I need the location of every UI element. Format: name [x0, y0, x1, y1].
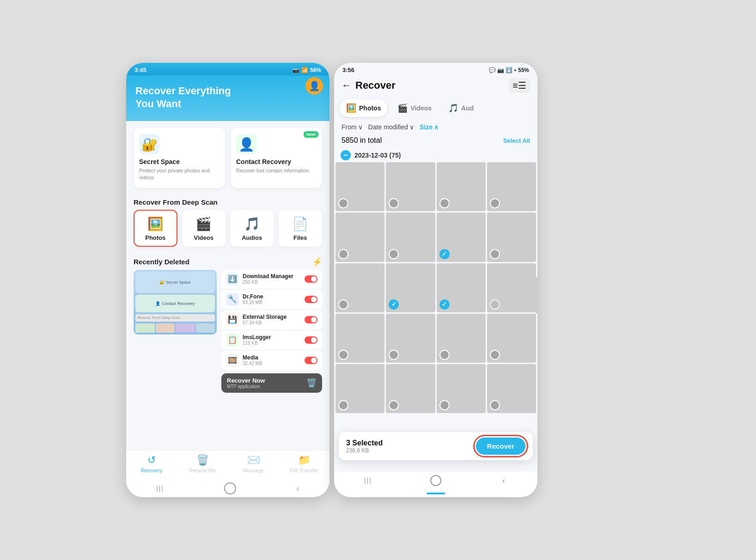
- photo-cell[interactable]: [386, 364, 435, 413]
- photo-cell[interactable]: [487, 314, 536, 363]
- photo-cell[interactable]: [335, 364, 384, 413]
- contact-recovery-card[interactable]: New! 👤 Contact Recovery Recover lost con…: [231, 128, 322, 188]
- active-page-dot: [427, 493, 445, 494]
- select-circle[interactable]: [338, 299, 348, 310]
- select-circle[interactable]: [490, 198, 500, 208]
- photo-cell[interactable]: [386, 314, 435, 363]
- drfone-toggle[interactable]: [305, 296, 317, 303]
- nav-item-recycle-bin[interactable]: 🗑️ Recycle Bin: [177, 454, 228, 473]
- recover-now-bar[interactable]: Recover Now MTP application 🗑️: [221, 373, 322, 393]
- left-gesture-home[interactable]: [224, 482, 236, 494]
- videos-tab-label: Videos: [410, 104, 432, 112]
- nav-item-file-transfer[interactable]: 📁 File Transfer: [279, 454, 329, 473]
- date-group-label: 2023-12-03 (75): [354, 152, 401, 159]
- filter-size[interactable]: Size ∧: [420, 123, 439, 131]
- right-nav-back[interactable]: ‹: [469, 475, 537, 486]
- photo-cell[interactable]: [335, 263, 384, 312]
- deleted-items-list: ⬇️ Download Manager 250 KB 🔧 Dr.Fone 83.…: [221, 270, 322, 445]
- from-label: From: [341, 123, 357, 131]
- total-count-text: 5850 in total: [341, 136, 382, 145]
- videos-scan-label: Videos: [194, 234, 213, 241]
- file-transfer-nav-icon: 📁: [298, 454, 311, 466]
- photo-cell[interactable]: [335, 314, 384, 363]
- left-phone: 3:45 📷 📶 56% 👤 Recover Everything You Wa…: [126, 63, 329, 497]
- new-badge: New!: [304, 131, 318, 138]
- videos-tab-icon: 🎬: [397, 103, 408, 113]
- select-circle[interactable]: [338, 400, 348, 410]
- right-bottom-nav: ||| ‹: [334, 471, 537, 491]
- collapse-group-button[interactable]: −: [341, 150, 351, 160]
- select-circle[interactable]: [490, 400, 500, 410]
- right-top-bar: ← Recover ≡☰: [334, 75, 537, 97]
- select-circle-selected[interactable]: [439, 249, 450, 259]
- content-scroll-area[interactable]: − 2023-12-03 (75): [334, 147, 537, 471]
- select-circle[interactable]: [389, 198, 399, 208]
- select-circle[interactable]: [490, 350, 500, 360]
- select-circle[interactable]: [439, 350, 450, 360]
- select-circle-selected[interactable]: [439, 299, 450, 310]
- select-circle[interactable]: [389, 249, 399, 259]
- media-toggle[interactable]: [305, 357, 317, 364]
- scan-item-audios[interactable]: 🎵 Audios: [230, 210, 274, 247]
- photo-cell[interactable]: [335, 213, 384, 262]
- recover-button[interactable]: Recover: [476, 438, 525, 455]
- imslogger-toggle[interactable]: [305, 336, 317, 344]
- photo-cell[interactable]: [335, 162, 384, 211]
- imslogger-size: 218 KB: [243, 341, 301, 346]
- left-status-bar: 3:45 📷 📶 56%: [126, 63, 329, 75]
- tab-photos[interactable]: 🖼️ Photos: [340, 99, 387, 117]
- select-circle[interactable]: [439, 400, 450, 410]
- select-circle[interactable]: [338, 350, 348, 360]
- photo-cell[interactable]: [386, 162, 435, 211]
- filter-icon[interactable]: ⚡: [312, 257, 322, 267]
- scan-item-photos[interactable]: 🖼️ Photos: [134, 210, 177, 247]
- photo-cell[interactable]: [437, 162, 486, 211]
- select-circle[interactable]: [389, 350, 399, 360]
- contact-recovery-title: Contact Recovery: [236, 158, 317, 165]
- photo-cell[interactable]: [437, 314, 486, 363]
- download-manager-info: Download Manager 250 KB: [243, 273, 301, 285]
- scroll-indicator[interactable]: [536, 277, 537, 314]
- list-item: 💾 External Storage 57.34 KB: [221, 310, 322, 329]
- photo-cell[interactable]: [487, 364, 536, 413]
- scan-item-videos[interactable]: 🎬 Videos: [182, 210, 226, 247]
- external-storage-toggle[interactable]: [305, 316, 317, 323]
- nav-item-message[interactable]: ✉️ Message: [228, 454, 279, 473]
- back-button[interactable]: ←: [341, 79, 352, 91]
- photo-cell[interactable]: [437, 364, 486, 413]
- nav-item-recovery[interactable]: ↺ Recovery: [126, 454, 177, 473]
- avatar-button[interactable]: 👤: [305, 77, 323, 95]
- download-manager-toggle[interactable]: [305, 275, 317, 283]
- photo-cell[interactable]: [487, 263, 536, 312]
- right-nav-home[interactable]: [402, 475, 470, 486]
- select-circle[interactable]: [338, 198, 348, 208]
- imslogger-info: ImsLogger 218 KB: [243, 334, 301, 346]
- filter-date-modified[interactable]: Date modified ∨: [368, 123, 414, 131]
- recycle-bin-nav-label: Recycle Bin: [189, 468, 216, 473]
- photo-cell[interactable]: [487, 162, 536, 211]
- select-circle-selected[interactable]: [389, 299, 399, 310]
- secret-space-card[interactable]: 🔐 Secret Space Protect your private phot…: [134, 128, 225, 188]
- size-label: Size: [420, 123, 433, 131]
- select-all-button[interactable]: Select All: [503, 137, 530, 144]
- scan-item-files[interactable]: 📄 Files: [279, 210, 323, 247]
- tab-audios[interactable]: 🎵 Aud: [442, 99, 480, 117]
- photo-cell[interactable]: [437, 213, 486, 262]
- feature-cards: 🔐 Secret Space Protect your private phot…: [126, 121, 329, 193]
- select-circle[interactable]: [490, 249, 500, 259]
- tab-videos[interactable]: 🎬 Videos: [391, 99, 438, 117]
- photo-cell[interactable]: [487, 213, 536, 262]
- select-circle-gray[interactable]: [490, 299, 500, 310]
- select-circle[interactable]: [338, 249, 348, 259]
- select-circle[interactable]: [439, 198, 450, 208]
- photo-cell[interactable]: [386, 263, 435, 312]
- select-circle[interactable]: [389, 400, 399, 410]
- photo-cell[interactable]: [437, 263, 486, 312]
- media-icon: 🎞️: [226, 354, 239, 367]
- photo-cell[interactable]: [386, 213, 435, 262]
- recover-now-text: Recover Now: [227, 377, 265, 384]
- filter-from[interactable]: From ∨: [341, 123, 363, 131]
- recover-now-icon: 🗑️: [306, 378, 317, 388]
- menu-button[interactable]: ≡☰: [509, 78, 530, 93]
- page-dot-indicator: [334, 491, 537, 497]
